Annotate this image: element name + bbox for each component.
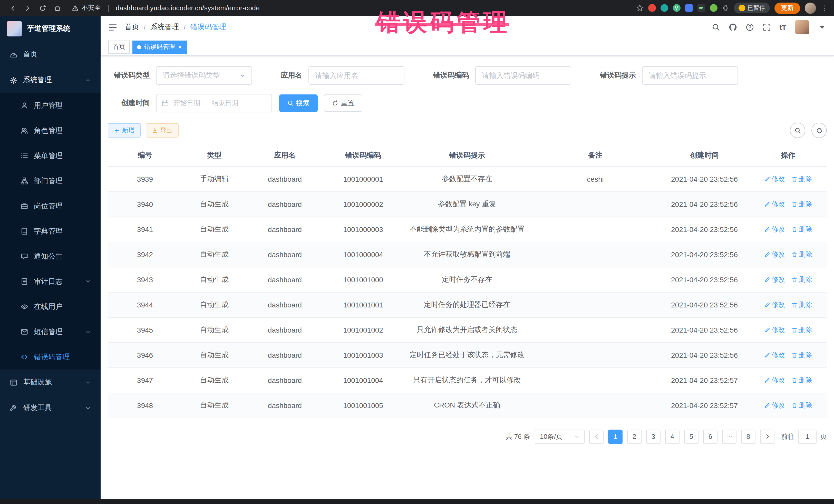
sidebar-item[interactable]: 岗位管理 — [0, 194, 101, 219]
search-button[interactable]: 搜索 — [279, 94, 318, 112]
page-button[interactable]: 1 — [608, 429, 622, 444]
column-header[interactable]: 编号 — [108, 145, 182, 166]
forward-icon[interactable] — [21, 2, 34, 14]
sidebar-item[interactable]: 菜单管理 — [0, 143, 101, 168]
page-button[interactable]: 3 — [646, 429, 660, 444]
sidebar-item-label: 字典管理 — [34, 226, 63, 236]
edit-link[interactable]: 修改 — [764, 199, 785, 209]
edit-link[interactable]: 修改 — [764, 300, 785, 309]
filter-input[interactable] — [475, 66, 571, 85]
breadcrumb-item[interactable]: 首页 — [125, 23, 139, 32]
update-button[interactable]: 更新 — [774, 2, 800, 14]
browser-menu-icon[interactable] — [821, 4, 828, 12]
sidebar-item[interactable]: 角色管理 — [0, 118, 101, 143]
page-button[interactable]: 5 — [684, 429, 699, 444]
sidebar-item[interactable]: 短信管理 — [0, 319, 101, 344]
delete-link[interactable]: 删除 — [791, 275, 812, 284]
column-header[interactable]: 错误码提示 — [403, 145, 531, 166]
delete-link[interactable]: 删除 — [791, 350, 812, 359]
column-header[interactable]: 应用名 — [246, 145, 323, 166]
url-bar[interactable]: dashboard.yudao.iocoder.cn/system/error-… — [116, 4, 260, 12]
extensions-puzzle-icon[interactable] — [722, 4, 729, 12]
delete-link[interactable]: 删除 — [791, 174, 812, 183]
extension-red-icon[interactable] — [648, 4, 656, 12]
filter-input[interactable] — [642, 66, 738, 85]
reset-button[interactable]: 重置 — [324, 94, 363, 112]
font-size-icon[interactable]: tT — [780, 23, 786, 31]
page-button[interactable]: 4 — [665, 429, 680, 444]
prev-page-button[interactable] — [589, 429, 603, 444]
page-size-select[interactable]: 10条/页 — [535, 429, 585, 444]
sidebar-group[interactable]: 系统管理 — [0, 67, 101, 93]
user-avatar[interactable] — [795, 20, 809, 35]
home-icon[interactable] — [51, 2, 64, 14]
bookmark-star-icon[interactable] — [636, 4, 643, 12]
help-icon[interactable] — [746, 23, 754, 31]
refresh-table-button[interactable] — [811, 123, 827, 138]
chevron-down-icon[interactable] — [818, 23, 826, 31]
delete-link[interactable]: 删除 — [791, 250, 812, 259]
column-header[interactable]: 类型 — [182, 145, 246, 166]
hamburger-icon[interactable] — [108, 23, 117, 31]
delete-link[interactable]: 删除 — [791, 199, 812, 209]
export-button[interactable]: 导出 — [146, 123, 179, 137]
breadcrumb-item[interactable]: 系统管理 — [150, 23, 179, 32]
extension-green-icon[interactable] — [709, 4, 717, 12]
jump-page-input[interactable] — [798, 429, 816, 444]
delete-link[interactable]: 删除 — [791, 224, 812, 234]
edit-icon — [764, 176, 770, 182]
column-header[interactable]: 备注 — [531, 145, 659, 166]
extension-teal-icon[interactable] — [660, 4, 668, 12]
delete-link[interactable]: 删除 — [791, 400, 812, 410]
edit-link[interactable]: 修改 — [764, 325, 785, 334]
sidebar-item[interactable]: 用户管理 — [0, 93, 101, 118]
close-icon[interactable]: × — [178, 44, 182, 50]
page-button[interactable]: 6 — [703, 429, 718, 444]
sidebar-item[interactable]: 首页 — [0, 42, 101, 67]
edit-link[interactable]: 修改 — [764, 224, 785, 234]
tag[interactable]: 错误码管理× — [132, 40, 186, 53]
sidebar-item[interactable]: 审计日志 — [0, 269, 101, 294]
sidebar-item[interactable]: 字典管理 — [0, 219, 101, 244]
date-range-picker[interactable]: 开始日期 - 结束日期 — [156, 94, 272, 112]
page-button[interactable]: 8 — [741, 429, 755, 444]
extension-blue-icon[interactable] — [685, 4, 693, 12]
edit-link[interactable]: 修改 — [764, 275, 785, 284]
app-logo[interactable]: 芋道管理系统 — [0, 16, 101, 42]
page-button[interactable]: ··· — [722, 429, 737, 444]
delete-link[interactable]: 删除 — [791, 375, 812, 385]
edit-link[interactable]: 修改 — [764, 250, 785, 259]
vue-devtools-icon[interactable]: V — [673, 4, 680, 12]
page-button[interactable]: 2 — [627, 429, 641, 444]
add-button[interactable]: 新增 — [108, 123, 140, 137]
edit-link[interactable]: 修改 — [764, 174, 785, 183]
fullscreen-icon[interactable] — [763, 23, 771, 31]
column-header[interactable]: 错误码编码 — [323, 145, 403, 166]
filter-input[interactable] — [308, 66, 404, 85]
error-type-select[interactable]: 请选择错误码类型 — [156, 66, 252, 85]
column-header[interactable]: 操作 — [749, 145, 827, 166]
browser-profile-avatar[interactable] — [805, 2, 816, 14]
back-icon[interactable] — [6, 2, 19, 14]
sidebar-group[interactable]: 研发工具 — [0, 395, 101, 421]
sidebar-item[interactable]: 错误码管理 — [0, 344, 101, 370]
paused-badge[interactable]: 已暂停 — [734, 3, 770, 13]
edit-link[interactable]: 修改 — [764, 375, 785, 385]
security-chip[interactable]: 不安全 — [72, 4, 101, 12]
delete-link[interactable]: 删除 — [791, 300, 812, 309]
tag[interactable]: 首页 — [108, 40, 130, 53]
sidebar-item[interactable]: 部门管理 — [0, 168, 101, 194]
delete-link[interactable]: 删除 — [791, 325, 812, 334]
next-page-button[interactable] — [760, 429, 774, 444]
column-header[interactable]: 创建时间 — [659, 145, 749, 166]
edit-link[interactable]: 修改 — [764, 400, 785, 410]
toggle-search-button[interactable] — [790, 123, 805, 138]
search-icon[interactable] — [712, 23, 720, 31]
edit-link[interactable]: 修改 — [764, 350, 785, 359]
reload-icon[interactable] — [36, 2, 49, 14]
sidebar-item[interactable]: 在线用户 — [0, 294, 101, 319]
extension-on-icon[interactable]: on — [697, 4, 705, 12]
github-icon[interactable] — [729, 23, 737, 31]
sidebar-item[interactable]: 通知公告 — [0, 244, 101, 269]
sidebar-group[interactable]: 基础设施 — [0, 370, 101, 395]
